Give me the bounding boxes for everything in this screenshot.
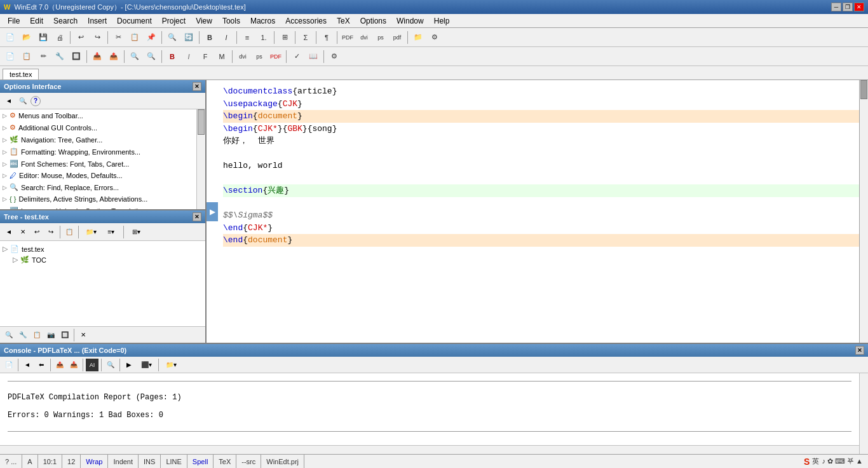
undo-button[interactable]: ↩ — [73, 30, 88, 45]
list-button[interactable]: ≡ — [240, 30, 255, 45]
italic-button[interactable]: I — [219, 30, 234, 45]
con-btn10[interactable]: 📁▾ — [161, 359, 180, 371]
paste-button[interactable]: 📌 — [144, 30, 159, 45]
console-close[interactable]: ✕ — [855, 346, 864, 355]
tab-test-tex[interactable]: test.tex — [3, 69, 39, 79]
con-btn8[interactable]: ▶ — [123, 359, 135, 371]
pdf-button[interactable]: PDF — [340, 30, 355, 45]
tb2-ps[interactable]: ps — [252, 49, 267, 64]
tb2-find[interactable]: 🔍 — [127, 49, 142, 64]
tree-tb-dropdown[interactable]: 📁▾ — [81, 226, 100, 238]
menu-macros[interactable]: Macros — [245, 14, 280, 27]
tree-tb-btn5[interactable]: 📋 — [63, 226, 76, 238]
tb2-format[interactable]: F — [198, 49, 213, 64]
con-btn5[interactable]: 📥 — [67, 359, 80, 371]
menu-search[interactable]: Search — [48, 14, 83, 27]
tree-panel-close[interactable]: ✕ — [193, 212, 201, 221]
tb2-spellcheck[interactable]: ✓ — [289, 49, 304, 64]
opt-help-btn[interactable]: ? — [31, 96, 41, 106]
options-item-delim[interactable]: ▷ { } Delimiters, Active Strings, Abbrev… — [0, 193, 196, 205]
options-scrollbar[interactable] — [196, 109, 205, 209]
tree-item-toc[interactable]: ▷ 🌿 TOC — [3, 254, 203, 265]
restore-button[interactable]: ❐ — [843, 3, 853, 11]
options-item-search[interactable]: ▷ 🔍 Search: Find, Replace, Errors... — [0, 181, 196, 193]
tree-bot-btn4[interactable]: 📷 — [44, 329, 57, 341]
menu-file[interactable]: File — [3, 14, 25, 27]
tb2-btn1[interactable]: 📄 — [3, 49, 18, 64]
tree-item-test-tex[interactable]: ▷ 📄 test.tex — [3, 244, 203, 254]
menu-project[interactable]: Project — [157, 14, 191, 27]
con-btn9[interactable]: ⬛▾ — [137, 359, 156, 371]
tree-bot-btn3[interactable]: 📋 — [31, 329, 43, 341]
tb2-settings[interactable]: ⚙ — [327, 49, 342, 64]
menu-accessories[interactable]: Accessories — [280, 14, 332, 27]
tree-tb-btn1[interactable]: ◄ — [3, 226, 15, 238]
con-btn4[interactable]: 📤 — [53, 359, 66, 371]
con-btn3[interactable]: ⬅ — [35, 359, 48, 371]
opt-search-btn[interactable]: 🔍 — [17, 95, 29, 107]
code-editor[interactable]: \documentclass{article} \usepackage{CJK}… — [207, 80, 868, 343]
tree-bot-close[interactable]: ✕ — [77, 329, 90, 341]
new-button[interactable]: 📄 — [3, 30, 18, 45]
tb2-italic[interactable]: I — [181, 49, 196, 64]
pdf2-button[interactable]: pdf — [390, 30, 405, 45]
replace-button[interactable]: 🔄 — [181, 30, 196, 45]
open-button[interactable]: 📂 — [19, 30, 34, 45]
editor-nav-button[interactable]: ▶ — [207, 202, 218, 221]
console-hscrollbar[interactable] — [0, 445, 859, 454]
options-item-menus[interactable]: ▷ ⚙ Menus and Toolbar... — [0, 109, 196, 121]
tree-tb-btn3[interactable]: ↩ — [31, 226, 43, 238]
redo-button[interactable]: ↪ — [90, 30, 105, 45]
options-item-lang[interactable]: ▷ 🔤 Language, Unicode, Sorting, Translat… — [0, 205, 196, 209]
opt-back-btn[interactable]: ◄ — [3, 95, 15, 107]
con-btn1[interactable]: 📄 — [3, 359, 15, 371]
tb2-dvi[interactable]: dvi — [235, 49, 250, 64]
tree-bot-btn5[interactable]: 🔲 — [58, 329, 71, 341]
print-button[interactable]: 🖨 — [52, 30, 67, 45]
con-btn7[interactable]: 🔍 — [104, 359, 117, 371]
tb2-btn5[interactable]: 🔲 — [69, 49, 84, 64]
tb2-glossary[interactable]: 📖 — [306, 49, 321, 64]
find-button[interactable]: 🔍 — [165, 30, 180, 45]
close-button[interactable]: ✕ — [854, 3, 864, 11]
tb2-btn4[interactable]: 🔧 — [52, 49, 67, 64]
menu-insert[interactable]: Insert — [83, 14, 112, 27]
tree-bot-btn2[interactable]: 🔧 — [17, 329, 29, 341]
folder-button[interactable]: 📁 — [410, 30, 426, 45]
menu-help[interactable]: Help — [429, 14, 455, 27]
options-item-gui[interactable]: ▷ ⚙ Additional GUI Controls... — [0, 121, 196, 134]
menu-window[interactable]: Window — [391, 14, 429, 27]
options-item-font[interactable]: ▷ 🔤 Font Schemes: Font, Tabs, Caret... — [0, 158, 196, 170]
save-button[interactable]: 💾 — [36, 30, 51, 45]
tree-bot-btn1[interactable]: 🔍 — [3, 329, 15, 341]
table-button[interactable]: ⊞ — [277, 30, 292, 45]
options-item-editor[interactable]: ▷ 🖊 Editor: Mouse, Modes, Defaults... — [0, 170, 196, 181]
tree-tb-view[interactable]: ≡▾ — [102, 226, 121, 238]
minimize-button[interactable]: ─ — [831, 3, 841, 11]
dvi-button[interactable]: dvi — [356, 30, 372, 45]
settings-button[interactable]: ⚙ — [427, 30, 442, 45]
tb2-btn2[interactable]: 📋 — [19, 49, 34, 64]
menu-document[interactable]: Document — [112, 14, 157, 27]
options-panel-close[interactable]: ✕ — [193, 82, 201, 91]
menu-tex[interactable]: TeX — [332, 14, 355, 27]
tb2-btn7[interactable]: 📤 — [106, 49, 121, 64]
sigma-button[interactable]: Σ — [298, 30, 313, 45]
menu-view[interactable]: View — [191, 14, 217, 27]
tree-tb-btn2[interactable]: ✕ — [17, 226, 29, 238]
options-item-format[interactable]: ▷ 📋 Formatting: Wrapping, Environments..… — [0, 146, 196, 158]
copy-button[interactable]: 📋 — [127, 30, 142, 45]
scissors-button[interactable]: ✂ — [111, 30, 126, 45]
tb2-bold[interactable]: B — [165, 49, 180, 64]
tree-tb-btn4[interactable]: ↪ — [44, 226, 57, 238]
para-button[interactable]: ¶ — [319, 30, 334, 45]
dvi2-button[interactable]: ps — [373, 30, 388, 45]
numlist-button[interactable]: 1. — [256, 30, 271, 45]
con-btn2[interactable]: ◄ — [21, 359, 34, 371]
tree-tb-extra[interactable]: ⊞▾ — [126, 226, 146, 238]
menu-tools[interactable]: Tools — [217, 14, 245, 27]
tb2-math[interactable]: M — [214, 49, 229, 64]
menu-options[interactable]: Options — [355, 14, 391, 27]
bold-button[interactable]: B — [202, 30, 217, 45]
options-item-nav[interactable]: ▷ 🌿 Navigation: Tree, Gather... — [0, 134, 196, 146]
